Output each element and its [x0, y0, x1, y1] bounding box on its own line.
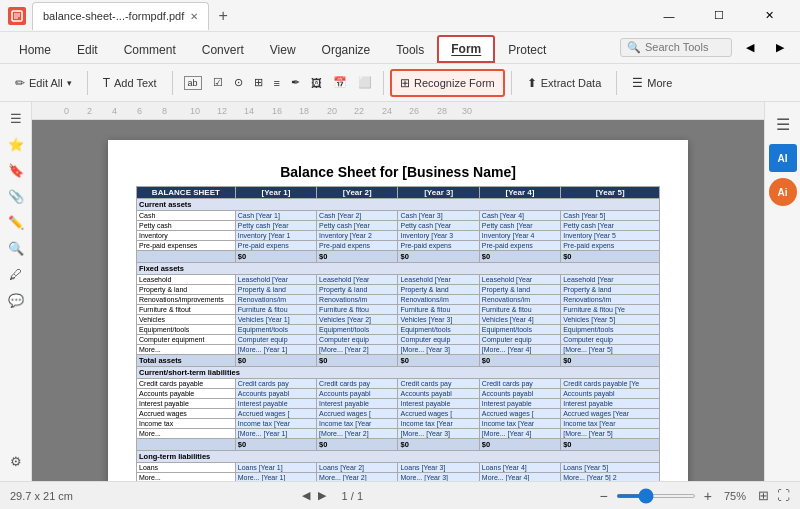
edit-all-button[interactable]: ✏ Edit All ▾: [6, 69, 81, 97]
tab-form[interactable]: Form: [437, 35, 495, 63]
panel-icon-search[interactable]: 🔍: [4, 236, 28, 260]
left-panel: ☰ ⭐ 🔖 📎 ✏️ 🔍 🖊 💬 ⚙: [0, 102, 32, 481]
list-box-button[interactable]: ≡: [269, 69, 285, 97]
table-row: InventoryInventory [Year 1Inventory [Yea…: [137, 231, 660, 241]
tab-edit[interactable]: Edit: [64, 35, 111, 63]
balance-table: BALANCE SHEET [Year 1] [Year 2] [Year 3]…: [136, 186, 660, 481]
more-button[interactable]: ☰ More: [623, 69, 681, 97]
minimize-button[interactable]: —: [646, 0, 692, 32]
tab-convert[interactable]: Convert: [189, 35, 257, 63]
separator-5: [616, 71, 617, 95]
nav-prev-icon[interactable]: ◀: [302, 489, 310, 502]
add-text-button[interactable]: T Add Text: [94, 69, 166, 97]
fit-page-icon[interactable]: ⊞: [758, 488, 769, 503]
zoom-out-icon[interactable]: −: [600, 488, 608, 504]
tab-close-icon[interactable]: ✕: [190, 11, 198, 22]
close-button[interactable]: ✕: [746, 0, 792, 32]
edit-icon: ✏: [15, 76, 25, 90]
extract-icon: ⬆: [527, 76, 537, 90]
main-area: ☰ ⭐ 🔖 📎 ✏️ 🔍 🖊 💬 ⚙ 0 2 4 6 8 10 12 14 16…: [0, 102, 800, 481]
section-label-fixed-assets: Fixed assets: [137, 263, 660, 275]
ruler-horizontal: 0 2 4 6 8 10 12 14 16 18 20 22 24 26 28 …: [32, 102, 764, 120]
section-longterm-liabilities: Long-term liabilities: [137, 451, 660, 463]
ribbon-right: 🔍 ◀ ▶: [620, 31, 794, 63]
panel-icon-attach[interactable]: 📎: [4, 184, 28, 208]
table-row: CashCash [Year 1]Cash [Year 2]Cash [Year…: [137, 211, 660, 221]
title-bar-left: balance-sheet-...-formpdf.pdf ✕ +: [8, 2, 646, 30]
field-buttons: ab ☑ ⊙ ⊞ ≡ ✒ 🖼 📅 ⬜: [179, 69, 377, 97]
app-icon: [8, 7, 26, 25]
document-area[interactable]: Balance Sheet for [Business Name] BALANC…: [32, 120, 764, 481]
panel-icon-comment[interactable]: 💬: [4, 288, 28, 312]
table-row: More...[More... [Year 1][More... [Year 2…: [137, 345, 660, 355]
table-row: Pre-paid expensesPre-paid expensPre-paid…: [137, 241, 660, 251]
bottom-bar: 29.7 x 21 cm ◀ ▶ 1 / 1 − + 75% ⊞ ⛶: [0, 481, 800, 509]
panel-icon-pages[interactable]: 🔖: [4, 158, 28, 182]
date-field-button[interactable]: 📅: [328, 69, 352, 97]
section-current-liabilities: Current/short-term liabilities: [137, 367, 660, 379]
table-row: Petty cashPetty cash [YearPetty cash [Ye…: [137, 221, 660, 231]
table-row: Computer equipmentComputer equipComputer…: [137, 335, 660, 345]
panel-icon-sign[interactable]: 🖊: [4, 262, 28, 286]
recognize-form-button[interactable]: ⊞ Recognize Form: [390, 69, 505, 97]
toolbar: ✏ Edit All ▾ T Add Text ab ☑ ⊙ ⊞ ≡ ✒ 🖼 📅…: [0, 64, 800, 102]
section-label-current-assets: Current assets: [137, 199, 660, 211]
zoom-level: 75%: [724, 490, 746, 502]
nav-next-icon[interactable]: ▶: [318, 489, 326, 502]
tab-protect[interactable]: Protect: [495, 35, 559, 63]
panel-icon-menu[interactable]: ☰: [4, 106, 28, 130]
tab-organize[interactable]: Organize: [309, 35, 384, 63]
table-row: LeaseholdLeasehold [YearLeasehold [YearL…: [137, 275, 660, 285]
page-size-label: 29.7 x 21 cm: [10, 490, 73, 502]
section-current-assets: Current assets: [137, 199, 660, 211]
new-tab-button[interactable]: +: [211, 4, 235, 28]
tab-tools[interactable]: Tools: [383, 35, 437, 63]
tab-view[interactable]: View: [257, 35, 309, 63]
zoom-in-icon[interactable]: +: [704, 488, 712, 504]
extract-data-button[interactable]: ⬆ Extract Data: [518, 69, 611, 97]
edit-group: ✏ Edit All ▾: [6, 69, 81, 97]
panel-icon-bookmark[interactable]: ⭐: [4, 132, 28, 156]
fullscreen-icon[interactable]: ⛶: [777, 488, 790, 503]
right-panel: ☰ AI Ai: [764, 102, 800, 481]
table-row: Interest payableInterest payableInterest…: [137, 399, 660, 409]
search-tools-input[interactable]: [645, 41, 725, 53]
panel-icon-settings[interactable]: ⚙: [4, 449, 28, 473]
panel-right-menu-icon[interactable]: ☰: [769, 110, 797, 138]
separator-3: [383, 71, 384, 95]
image-button[interactable]: 🖼: [306, 69, 327, 97]
panel-right-ai-orange-icon[interactable]: Ai: [769, 178, 797, 206]
back-button[interactable]: ◀: [736, 31, 764, 63]
document-tab[interactable]: balance-sheet-...-formpdf.pdf ✕: [32, 2, 209, 30]
document-page: Balance Sheet for [Business Name] BALANC…: [108, 140, 688, 481]
text-field-button[interactable]: ab: [179, 69, 207, 97]
combo-box-button[interactable]: ⊞: [249, 69, 268, 97]
text-icon: T: [103, 76, 110, 90]
table-row: Credit cards payableCredit cards payCred…: [137, 379, 660, 389]
zoom-slider[interactable]: [616, 494, 696, 498]
table-row: Income taxIncome tax [YearIncome tax [Ye…: [137, 419, 660, 429]
tab-home[interactable]: Home: [6, 35, 64, 63]
nav-buttons: ◀ ▶: [736, 31, 794, 63]
tab-comment[interactable]: Comment: [111, 35, 189, 63]
signature-button[interactable]: ✒: [286, 69, 305, 97]
table-row: Renovations/improvementsRenovations/imRe…: [137, 295, 660, 305]
checkbox-button[interactable]: ☑: [208, 69, 228, 97]
title-bar-controls: — ☐ ✕: [646, 0, 792, 32]
panel-right-ai-blue-icon[interactable]: AI: [769, 144, 797, 172]
recognize-form-label: Recognize Form: [414, 77, 495, 89]
ribbon-tabs: Home Edit Comment Convert View Organize …: [0, 32, 800, 64]
table-row: VehiclesVehicles [Year 1]Vehicles [Year …: [137, 315, 660, 325]
title-bar: balance-sheet-...-formpdf.pdf ✕ + — ☐ ✕: [0, 0, 800, 32]
more-icon: ☰: [632, 76, 643, 90]
forward-button[interactable]: ▶: [766, 31, 794, 63]
col-header-2: [Year 2]: [317, 187, 398, 199]
tab-strip: balance-sheet-...-formpdf.pdf ✕ +: [32, 2, 235, 30]
table-row: Accrued wagesAccrued wages [Accrued wage…: [137, 409, 660, 419]
table-row: Equipment/toolsEquipment/toolsEquipment/…: [137, 325, 660, 335]
button-field-button[interactable]: ⬜: [353, 69, 377, 97]
radio-button[interactable]: ⊙: [229, 69, 248, 97]
panel-icon-edit[interactable]: ✏️: [4, 210, 28, 234]
maximize-button[interactable]: ☐: [696, 0, 742, 32]
chevron-down-icon: ▾: [67, 78, 72, 88]
